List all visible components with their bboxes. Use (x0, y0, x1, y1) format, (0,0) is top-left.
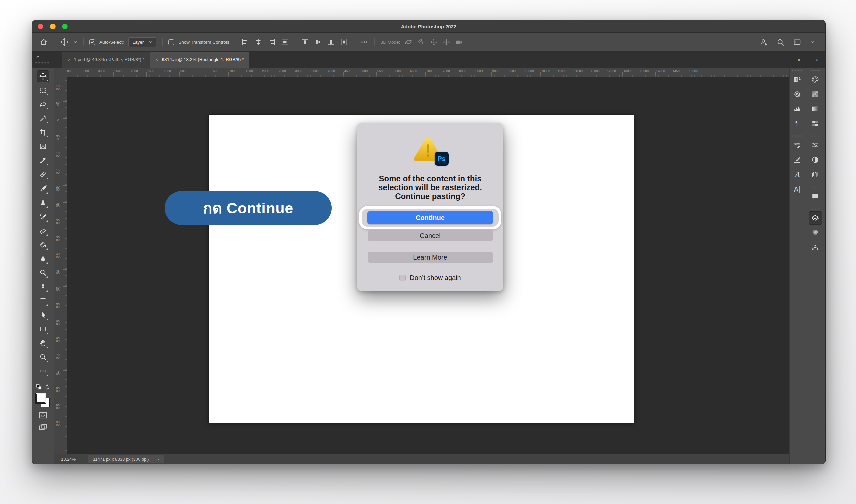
3d-pan-icon[interactable] (430, 38, 438, 47)
panel-adjustments[interactable] (808, 153, 822, 166)
tool-pen[interactable] (37, 281, 49, 293)
ruler-h-label: 11000 (557, 69, 567, 73)
minimize-window-button[interactable] (50, 24, 55, 30)
panel-patterns[interactable] (808, 116, 822, 130)
panel-layers[interactable] (808, 211, 822, 224)
close-tab-icon[interactable]: × (68, 57, 71, 62)
tool-lasso[interactable] (37, 98, 49, 110)
panel-character[interactable]: A| (790, 182, 804, 196)
panel-history[interactable] (790, 73, 804, 86)
tool-frame[interactable] (37, 140, 49, 152)
ruler-h-label: 2000 (261, 69, 269, 73)
home-icon[interactable] (39, 38, 48, 47)
tool-move[interactable] (37, 70, 49, 82)
share-account-icon[interactable] (760, 38, 768, 47)
foreground-color-swatch[interactable] (36, 394, 46, 403)
align-left-edges-icon[interactable] (241, 38, 250, 47)
tool-clone-stamp[interactable] (37, 197, 49, 209)
3d-roll-icon[interactable] (417, 38, 425, 47)
search-icon[interactable] (777, 38, 785, 47)
tool-eraser[interactable] (37, 224, 49, 237)
chevron-down-icon[interactable] (810, 40, 815, 44)
panel-libraries[interactable] (808, 168, 822, 181)
more-options-icon[interactable] (360, 38, 369, 47)
panel-paragraph[interactable]: ¶ (790, 116, 804, 130)
tool-rectangular-marquee[interactable] (37, 84, 49, 96)
collapse-inner-dock-icon[interactable]: « (798, 57, 801, 62)
move-tool-icon[interactable] (60, 38, 69, 47)
tab-9814ai[interactable]: × 9814.ai @ 13.2% (Rectangle 1, RGB/8) * (150, 52, 249, 68)
canvas-workspace[interactable]: 4000350030002500200015001000500050010001… (54, 68, 789, 464)
collapse-outer-dock-icon[interactable]: « (816, 57, 819, 62)
dont-show-again-checkbox[interactable] (399, 275, 406, 281)
navigator-icon (793, 90, 802, 98)
tool-brush[interactable] (37, 182, 49, 195)
panel-brush-settings[interactable] (790, 138, 804, 152)
chevron-down-icon[interactable] (73, 40, 77, 44)
align-horizontal-centers-icon[interactable] (254, 38, 263, 47)
panel-color[interactable] (808, 73, 822, 86)
paint-bucket-icon (39, 241, 47, 249)
3d-slide-icon[interactable] (442, 38, 451, 47)
panel-channels[interactable] (808, 226, 822, 239)
panel-glyphs[interactable]: A (790, 168, 804, 181)
learn-more-button[interactable]: Learn More (368, 252, 493, 263)
tool-path-selection[interactable] (37, 309, 49, 321)
tool-magic-wand[interactable] (37, 112, 49, 124)
close-window-button[interactable] (38, 24, 43, 30)
maximize-window-button[interactable] (62, 24, 68, 30)
expand-toolbar-icon[interactable]: » (36, 53, 39, 59)
toolbar-grip (35, 62, 50, 64)
3d-orbit-icon[interactable] (404, 38, 413, 47)
tool-eyedropper[interactable] (37, 155, 49, 166)
panel-group (805, 206, 825, 257)
tool-spot-healing-brush[interactable] (37, 168, 49, 180)
tab-1psd[interactable]: × 1.psd @ 49.8% (<Path>, RGB/8*) * (62, 52, 150, 68)
workspace-switcher-icon[interactable] (793, 38, 802, 47)
panel-group-grip (792, 69, 802, 71)
screen-mode-icon[interactable] (38, 422, 48, 431)
panel-comments[interactable] (808, 190, 822, 203)
zoom-level-field[interactable]: 13.24% (61, 456, 85, 462)
3d-camera-icon[interactable] (455, 38, 463, 47)
align-right-edges-icon[interactable] (267, 38, 276, 47)
panel-paths[interactable] (808, 241, 822, 254)
quick-mask-icon[interactable] (38, 410, 48, 419)
tool-hand[interactable] (37, 337, 49, 349)
separator (54, 38, 54, 47)
continue-button[interactable]: Continue (368, 211, 493, 224)
tool-paint-bucket[interactable] (37, 239, 49, 251)
cancel-button[interactable]: Cancel (368, 230, 493, 241)
tool-crop[interactable] (37, 126, 49, 138)
foreground-background-swatches[interactable] (36, 394, 50, 407)
auto-select-checkbox[interactable] (89, 39, 95, 45)
panel-gradients[interactable] (808, 102, 822, 115)
tool-dodge[interactable] (37, 267, 49, 279)
clone-stamp-icon (39, 199, 47, 206)
panel-navigator[interactable] (790, 87, 804, 101)
distribute-top-edges-icon[interactable] (301, 38, 309, 47)
panel-properties[interactable] (808, 138, 822, 152)
close-tab-icon[interactable]: × (156, 57, 159, 62)
tool-blur[interactable] (37, 253, 49, 265)
panel-swatches[interactable] (808, 87, 822, 101)
default-colors-icon[interactable] (36, 384, 42, 390)
tool-edit-toolbar[interactable] (37, 365, 49, 377)
show-transform-checkbox[interactable] (168, 39, 174, 45)
distribute-centers-icon[interactable] (340, 38, 349, 47)
tool-type[interactable] (37, 295, 49, 307)
auto-select-dropdown[interactable]: Layer (128, 37, 157, 47)
distribute-bottom-edges-icon[interactable] (327, 38, 335, 47)
tool-rectangle[interactable] (37, 323, 49, 335)
swap-colors-icon[interactable] (44, 384, 51, 390)
tool-zoom[interactable] (37, 351, 49, 363)
ruler-h-label: 4000 (327, 69, 335, 73)
distribute-middles-icon[interactable] (314, 38, 322, 47)
align-vertical-centers-icon[interactable] (280, 38, 289, 47)
panel-histogram[interactable] (790, 102, 804, 115)
panel-brushes[interactable] (790, 153, 804, 166)
document-size-status[interactable]: 11471 px x 8333 px (300 ppi) › (88, 455, 164, 463)
ruler-h-label: 1500 (146, 69, 155, 73)
tool-history-brush[interactable] (37, 211, 49, 222)
ruler-v-label: 1000 (56, 85, 59, 90)
